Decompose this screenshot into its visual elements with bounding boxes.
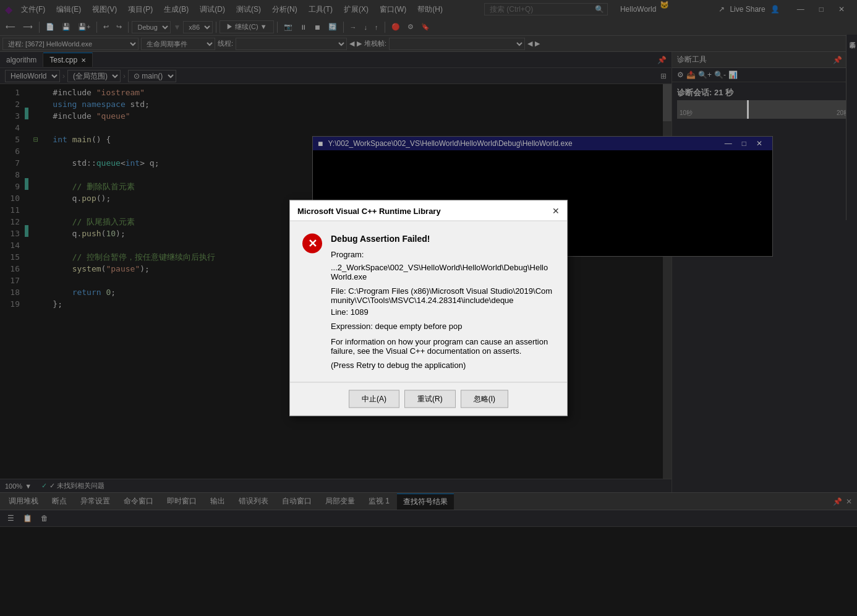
- modal-text-content: Debug Assertion Failed! Program: ...2_Wo…: [331, 234, 555, 370]
- modal-footer: 中止(A) 重试(R) 忽略(I): [290, 382, 567, 416]
- modal-expression-label: Expression: deque empty before pop: [331, 322, 555, 331]
- modal-close-btn[interactable]: ✕: [552, 206, 560, 216]
- modal-press-text: (Press Retry to debug the application): [331, 361, 555, 370]
- modal-line-label: Line: 1089: [331, 307, 555, 317]
- modal-body: ✕ Debug Assertion Failed! Program: ...2_…: [290, 221, 567, 382]
- modal-program-label: Program:: [331, 250, 555, 259]
- modal-file-label: File: C:\Program Files (x86)\Microsoft V…: [331, 286, 555, 305]
- modal-program-value: ...2_WorkSpace\002_VS\HelloWorld\HelloWo…: [331, 263, 555, 281]
- modal-title: Microsoft Visual C++ Runtime Library: [297, 206, 441, 215]
- modal-titlebar: Microsoft Visual C++ Runtime Library ✕: [290, 201, 567, 221]
- modal-heading: Debug Assertion Failed!: [331, 234, 555, 244]
- abort-button[interactable]: 中止(A): [349, 390, 399, 408]
- ignore-button[interactable]: 忽略(I): [461, 390, 508, 408]
- modal-info-text: For information on how your program can …: [331, 337, 555, 356]
- retry-button[interactable]: 重试(R): [404, 390, 456, 408]
- error-dialog: Microsoft Visual C++ Runtime Library ✕ ✕…: [289, 200, 568, 416]
- modal-overlay[interactable]: Microsoft Visual C++ Runtime Library ✕ ✕…: [0, 0, 857, 616]
- modal-error-icon: ✕: [302, 234, 322, 370]
- error-circle-icon: ✕: [302, 234, 322, 254]
